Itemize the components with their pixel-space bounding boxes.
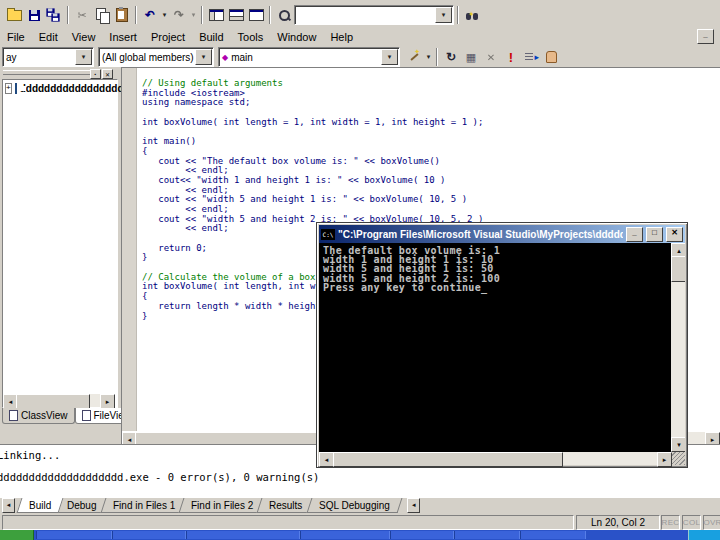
compile-button[interactable]: ↻ bbox=[441, 48, 461, 67]
output-tab-label: Build bbox=[29, 499, 51, 510]
copy-button[interactable] bbox=[92, 6, 112, 25]
paste-button[interactable] bbox=[112, 6, 132, 25]
function-diamond-icon: ◆ bbox=[222, 53, 228, 62]
mdi-minimize-button[interactable]: _ bbox=[697, 29, 714, 44]
save-button[interactable] bbox=[24, 6, 44, 25]
members-combo-value: (All global members) bbox=[102, 52, 194, 63]
scroll-thumb[interactable] bbox=[671, 256, 685, 282]
build-icon: ▦ bbox=[466, 52, 476, 63]
function-combo[interactable]: ◆main ▾ bbox=[218, 47, 400, 67]
console-minimize-button[interactable]: _ bbox=[626, 227, 643, 242]
console-titlebar[interactable]: C:\ "C:\Program Files\Microsoft Visual S… bbox=[319, 225, 685, 243]
open-file-button[interactable] bbox=[4, 6, 24, 25]
taskbar-button[interactable] bbox=[390, 531, 454, 539]
workspace-tab-label: ClassView bbox=[21, 410, 68, 421]
execute-button[interactable]: ! bbox=[501, 48, 521, 67]
wizardbar-action-button[interactable] bbox=[404, 48, 424, 67]
class-combo[interactable]: ay ▾ bbox=[2, 47, 94, 67]
save-all-button[interactable] bbox=[44, 6, 64, 25]
taskbar-button[interactable] bbox=[300, 531, 390, 539]
taskbar-button[interactable] bbox=[186, 531, 300, 539]
pane-pin-button[interactable]: ▪ bbox=[90, 69, 101, 79]
workspace-tab[interactable]: ClassView bbox=[2, 408, 75, 424]
output-tab[interactable]: Find in Files 2 bbox=[179, 498, 266, 513]
taskbar-button[interactable] bbox=[36, 531, 112, 539]
status-indicator: COL bbox=[682, 515, 701, 530]
console-output: The default box volume is: 1width 1 and … bbox=[323, 246, 500, 292]
output-tab[interactable]: SQL Debugging bbox=[306, 498, 402, 513]
console-close-button[interactable]: ✕ bbox=[666, 227, 683, 242]
workspace-tabs: ClassView FileView bbox=[2, 408, 138, 424]
toggle-output-button[interactable] bbox=[226, 6, 246, 25]
scroll-down-button[interactable]: ▾ bbox=[671, 437, 685, 452]
class-combo-dropdown[interactable]: ▾ bbox=[75, 49, 92, 65]
chevron-down-icon: ▾ bbox=[427, 53, 431, 61]
output-tab[interactable]: Build bbox=[17, 498, 64, 513]
resize-grip[interactable] bbox=[672, 452, 685, 465]
pane-gripper[interactable] bbox=[3, 70, 91, 75]
find-in-files-icon: ✦ bbox=[466, 13, 478, 21]
toggle-workspace-button[interactable] bbox=[206, 6, 226, 25]
redo-dropdown[interactable]: ▾ bbox=[189, 6, 198, 25]
window-list-button[interactable] bbox=[246, 6, 266, 25]
output-tab[interactable]: Find in Files 1 bbox=[100, 498, 187, 513]
taskbar-button[interactable] bbox=[454, 531, 520, 539]
go-button[interactable] bbox=[521, 48, 541, 67]
search-button[interactable] bbox=[274, 6, 294, 25]
undo-button[interactable]: ↶ bbox=[140, 6, 160, 25]
tree-item[interactable]: + dddddddddddddddddddd bbox=[3, 80, 117, 97]
menu-item[interactable]: Help bbox=[323, 30, 360, 44]
cursor-position: Ln 20, Col 2 bbox=[576, 515, 660, 530]
console-window[interactable]: C:\ "C:\Program Files\Microsoft Visual S… bbox=[316, 222, 688, 468]
code-line: using namespace std; bbox=[142, 98, 483, 108]
execute-icon: ! bbox=[509, 51, 513, 64]
start-button[interactable] bbox=[0, 530, 34, 540]
arrow-left-icon: ◂ bbox=[9, 398, 13, 406]
arrow-up-icon: ▴ bbox=[677, 247, 681, 255]
console-maximize-button[interactable]: □ bbox=[646, 227, 663, 242]
menu-item[interactable]: Tools bbox=[231, 30, 271, 44]
scroll-left-button[interactable]: ◂ bbox=[319, 452, 334, 467]
function-combo-dropdown[interactable]: ▾ bbox=[381, 49, 398, 65]
menu-item[interactable]: File bbox=[0, 30, 32, 44]
scroll-right-button[interactable]: ▸ bbox=[657, 452, 672, 467]
undo-dropdown[interactable]: ▾ bbox=[160, 6, 169, 25]
scroll-thumb[interactable] bbox=[333, 452, 563, 467]
menu-item[interactable]: Project bbox=[144, 30, 192, 44]
open-folder-icon bbox=[7, 10, 22, 21]
redo-button[interactable]: ↷ bbox=[169, 6, 189, 25]
arrow-left-icon: ◂ bbox=[412, 501, 416, 509]
menu-item[interactable]: Window bbox=[270, 30, 323, 44]
output-tab-scroll-right[interactable]: ◂ bbox=[407, 498, 420, 513]
build-button[interactable]: ▦ bbox=[461, 48, 481, 67]
find-in-files-button[interactable]: ✦ bbox=[462, 6, 482, 25]
menu-item[interactable]: Build bbox=[192, 30, 230, 44]
find-combo[interactable]: ▾ bbox=[294, 5, 454, 25]
menu-item[interactable]: View bbox=[65, 30, 103, 44]
output-line: dddddddddddddddddddd.exe - 0 error(s), 0… bbox=[0, 472, 319, 483]
taskbar-button[interactable] bbox=[112, 531, 186, 539]
cut-button[interactable]: ✂ bbox=[72, 6, 92, 25]
output-tab-scroll-left[interactable]: ◂ bbox=[2, 498, 15, 513]
windows-icon bbox=[249, 9, 264, 21]
scroll-thumb[interactable] bbox=[16, 394, 90, 409]
output-tabbar: ◂ BuildDebugFind in Files 1Find in Files… bbox=[2, 497, 420, 513]
members-combo[interactable]: (All global members) ▾ bbox=[98, 47, 214, 67]
find-combo-dropdown[interactable]: ▾ bbox=[435, 7, 452, 23]
expand-plus-icon[interactable]: + bbox=[5, 83, 12, 94]
sparkle-icon: ✦ bbox=[468, 12, 475, 18]
breakpoint-button[interactable] bbox=[541, 48, 561, 67]
scroll-right-button[interactable]: ▸ bbox=[100, 394, 115, 409]
tree-hscrollbar[interactable]: ◂ ▸ bbox=[3, 394, 115, 407]
tree-items: + dddddddddddddddddddd bbox=[3, 80, 117, 97]
wizardbar-action-dropdown[interactable]: ▾ bbox=[424, 48, 433, 67]
console-hscrollbar[interactable]: ◂ ▸ bbox=[319, 452, 672, 465]
find-input[interactable] bbox=[298, 9, 431, 22]
members-combo-dropdown[interactable]: ▾ bbox=[195, 49, 212, 65]
menu-item[interactable]: Insert bbox=[102, 30, 144, 44]
console-vscrollbar[interactable]: ▴ ▾ bbox=[671, 243, 685, 452]
menu-item[interactable]: Edit bbox=[32, 30, 65, 44]
stop-build-button[interactable]: ✕ bbox=[481, 48, 501, 67]
pane-close-button[interactable]: ✕ bbox=[102, 69, 113, 79]
taskbar-button[interactable] bbox=[520, 531, 586, 539]
